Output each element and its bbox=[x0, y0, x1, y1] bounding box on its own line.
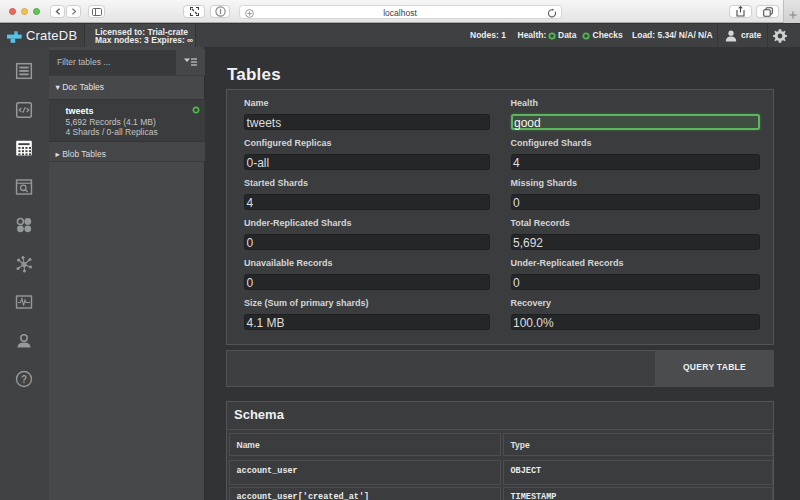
svg-text:?: ? bbox=[21, 374, 27, 385]
